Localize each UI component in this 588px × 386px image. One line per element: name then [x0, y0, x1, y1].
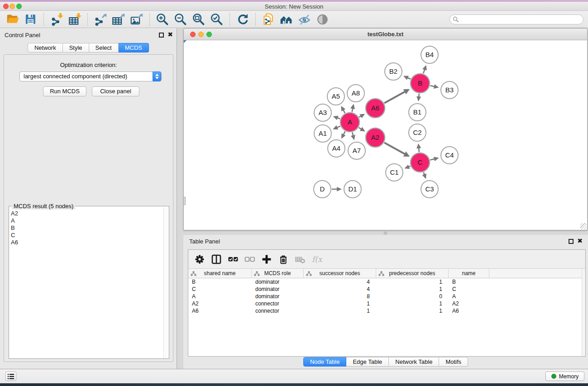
- table-cell[interactable]: 0: [376, 293, 449, 300]
- tab-node-table[interactable]: Node Table: [303, 357, 347, 367]
- edge-D-D1[interactable]: [332, 187, 342, 191]
- table-cell[interactable]: C: [449, 286, 489, 293]
- graph-node-D1[interactable]: D1: [344, 181, 361, 198]
- table-float-panel-icon[interactable]: [569, 239, 574, 244]
- graph-node-B4[interactable]: B4: [421, 46, 438, 63]
- zoom-fit-button[interactable]: [190, 12, 208, 27]
- edge-A-A5[interactable]: [341, 106, 345, 113]
- edge-A-A4[interactable]: [341, 131, 346, 138]
- mcds-result-item[interactable]: A: [11, 217, 163, 224]
- tab-mcds[interactable]: MCDS: [119, 43, 149, 52]
- table-row[interactable]: Adominator80A: [188, 293, 582, 300]
- column-header-shared-name[interactable]: shared name: [188, 269, 252, 278]
- graph-node-A4[interactable]: A4: [328, 140, 345, 157]
- add-column-button[interactable]: [259, 252, 274, 267]
- edge-C-C3[interactable]: [422, 172, 426, 179]
- table-cell[interactable]: 4: [304, 278, 376, 286]
- export-table-button[interactable]: [110, 12, 128, 27]
- table-row[interactable]: A6connector11A6: [188, 307, 582, 315]
- column-header-name[interactable]: name: [449, 269, 489, 278]
- table-row[interactable]: A2connector11A2: [188, 300, 582, 307]
- run-mcds-button[interactable]: Run MCDS: [43, 86, 86, 96]
- zoom-out-button[interactable]: [172, 12, 190, 27]
- table-settings-button[interactable]: [192, 252, 207, 267]
- first-neighbors-button[interactable]: [277, 12, 296, 27]
- mcds-result-item[interactable]: B: [11, 224, 163, 232]
- show-hide-graphics-button[interactable]: [296, 12, 314, 27]
- zoom-selected-button[interactable]: [208, 12, 226, 27]
- edge-A-A3[interactable]: [333, 116, 340, 120]
- edge-C-C4[interactable]: [430, 157, 439, 161]
- graph-node-B2[interactable]: B2: [385, 63, 402, 80]
- window-edge-handle[interactable]: [183, 197, 186, 205]
- edge-A2-C[interactable]: [384, 143, 410, 157]
- table-cell[interactable]: A2: [188, 300, 252, 307]
- birds-eye-view-button[interactable]: [314, 12, 332, 27]
- edge-A-A6[interactable]: [359, 114, 365, 119]
- table-row[interactable]: Cdominator41C: [188, 286, 582, 293]
- graph-node-A8[interactable]: A8: [347, 85, 364, 102]
- mcds-result-item[interactable]: A2: [11, 210, 163, 217]
- deselect-all-button[interactable]: [242, 252, 258, 267]
- table-cell[interactable]: 1: [376, 286, 449, 293]
- table-cell[interactable]: 1: [304, 300, 376, 307]
- criterion-select[interactable]: largest connected component (directed): [19, 71, 162, 81]
- result-scrollbar[interactable]: [163, 207, 169, 358]
- open-session-button[interactable]: [4, 12, 22, 27]
- column-header-successor-nodes[interactable]: successor nodes: [304, 269, 376, 278]
- column-header-MCDS-role[interactable]: MCDS role: [252, 269, 304, 278]
- table-cell[interactable]: B: [449, 278, 489, 286]
- table-cell[interactable]: connector: [252, 307, 304, 315]
- edge-C-C2[interactable]: [416, 143, 421, 152]
- export-network-button[interactable]: [91, 12, 110, 27]
- table-cell[interactable]: 1: [376, 307, 449, 315]
- table-cell[interactable]: A2: [449, 300, 489, 307]
- graph-node-C3[interactable]: C3: [421, 181, 438, 198]
- table-close-panel-icon[interactable]: ✖: [577, 238, 583, 244]
- network-window-titlebar[interactable]: testGlobe.txt: [184, 29, 587, 40]
- graph-node-A5[interactable]: A5: [327, 88, 344, 105]
- edge-B-B3[interactable]: [430, 84, 439, 89]
- table-cell[interactable]: B: [188, 278, 252, 286]
- graph-node-A3[interactable]: A3: [314, 104, 331, 121]
- graph-node-C[interactable]: C: [411, 153, 430, 172]
- mcds-result-item[interactable]: C: [11, 232, 163, 239]
- graph-node-B1[interactable]: B1: [409, 104, 426, 121]
- edge-A-A8[interactable]: [350, 104, 355, 112]
- edge-A-A1[interactable]: [333, 125, 340, 129]
- column-layout-button[interactable]: [209, 252, 224, 267]
- graph-node-D[interactable]: D: [314, 181, 331, 198]
- edge-B-B1[interactable]: [416, 94, 421, 101]
- network-canvas[interactable]: AA1A2A3A4A5A6A7A8BB1B2B3B4CC1C2C3C4DD1: [184, 40, 587, 230]
- table-cell[interactable]: A: [449, 293, 489, 300]
- edge-C-C1[interactable]: [404, 165, 410, 169]
- table-cell[interactable]: A6: [449, 307, 489, 315]
- table-cell[interactable]: dominator: [252, 293, 304, 300]
- graph-node-C2[interactable]: C2: [409, 124, 426, 141]
- export-image-button[interactable]: [128, 12, 146, 27]
- table-scrollbar[interactable]: [582, 269, 585, 356]
- graph-node-C1[interactable]: C1: [386, 164, 403, 181]
- tab-style[interactable]: Style: [63, 43, 89, 52]
- import-table-button[interactable]: [66, 12, 84, 27]
- open-network-file-button[interactable]: [259, 12, 277, 27]
- close-panel-button[interactable]: Close panel: [92, 86, 139, 96]
- float-panel-icon[interactable]: [159, 33, 164, 38]
- table-cell[interactable]: C: [188, 286, 252, 293]
- tab-network-table[interactable]: Network Table: [389, 357, 439, 367]
- table-cell[interactable]: A6: [188, 307, 252, 315]
- tab-network[interactable]: Network: [28, 43, 63, 52]
- delete-column-button[interactable]: [276, 252, 291, 267]
- edge-A-A2[interactable]: [359, 127, 365, 131]
- edge-B-B4[interactable]: [422, 65, 427, 73]
- graph-node-A2[interactable]: A2: [366, 128, 385, 147]
- mcds-result-item[interactable]: A6: [11, 239, 163, 246]
- graph-node-A1[interactable]: A1: [314, 125, 331, 142]
- search-input[interactable]: [449, 14, 583, 24]
- table-cell[interactable]: 1: [304, 307, 376, 315]
- refresh-layout-button[interactable]: [234, 12, 252, 27]
- table-cell[interactable]: connector: [252, 300, 304, 307]
- import-network-button[interactable]: [48, 12, 66, 27]
- save-session-button[interactable]: [22, 12, 40, 27]
- graph-node-C4[interactable]: C4: [441, 147, 458, 164]
